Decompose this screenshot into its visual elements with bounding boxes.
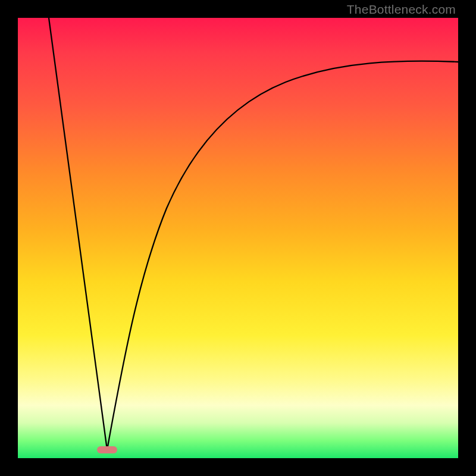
curve-left-branch [49,18,107,450]
apex-marker [97,446,117,453]
bottleneck-curve [18,18,458,458]
plot-area [18,18,458,458]
watermark-text: TheBottleneck.com [347,2,456,17]
chart-frame: TheBottleneck.com [0,0,476,476]
curve-right-branch [107,61,458,450]
